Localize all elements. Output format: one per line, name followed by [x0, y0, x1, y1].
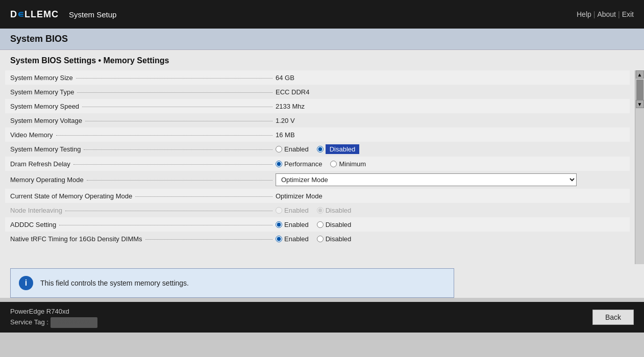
radio-label: Disabled	[326, 207, 352, 214]
table-row: Memory Operating ModeOptimizer ModeAdvan…	[5, 171, 630, 189]
radio-label: Enabled	[284, 221, 309, 228]
radio-item[interactable]: Enabled	[276, 235, 309, 243]
radio-input[interactable]	[276, 161, 282, 167]
radio-item[interactable]: Minimum	[330, 160, 366, 168]
about-link[interactable]: About	[597, 10, 616, 18]
setting-value: EnabledDisabled	[276, 144, 625, 154]
table-row: ADDDC SettingEnabledDisabled	[5, 217, 630, 232]
value-text: 1.20 V	[276, 117, 295, 124]
dropdown-select[interactable]: Optimizer ModeAdvanced ECC ModeMirror Mo…	[276, 173, 577, 186]
radio-input[interactable]	[276, 146, 282, 152]
footer-left: PowerEdge R740xd Service Tag : XXXXXXXX	[10, 307, 97, 328]
setting-label-text: Video Memory	[10, 131, 53, 139]
exit-link[interactable]: Exit	[622, 10, 634, 18]
back-button[interactable]: Back	[592, 310, 634, 325]
table-row: System Memory Voltage1.20 V	[5, 113, 630, 128]
setting-value: 1.20 V	[276, 117, 625, 124]
settings-table: System Memory Size64 GBSystem Memory Typ…	[0, 70, 635, 264]
scrollbar[interactable]: ▲ ▼	[635, 70, 644, 264]
table-row: Current State of Memory Operating ModeOp…	[5, 189, 630, 203]
value-text: 2133 Mhz	[276, 103, 305, 110]
radio-input[interactable]	[317, 236, 324, 242]
info-box: i This field controls the system memory …	[10, 268, 454, 298]
setting-label-text: System Memory Testing	[10, 145, 81, 153]
radio-item[interactable]: Disabled	[317, 235, 352, 243]
setting-value: Optimizer ModeAdvanced ECC ModeMirror Mo…	[276, 173, 625, 186]
radio-group: PerformanceMinimum	[276, 160, 366, 168]
scroll-thumb[interactable]	[636, 80, 643, 100]
radio-input[interactable]	[276, 236, 282, 242]
setting-label: System Memory Type	[10, 88, 276, 96]
setting-label: Current State of Memory Operating Mode	[10, 192, 276, 200]
dots-separator	[87, 180, 273, 181]
service-tag-value: XXXXXXXX	[51, 317, 97, 328]
radio-label: Disabled	[326, 235, 352, 243]
radio-item[interactable]: Enabled	[276, 221, 309, 228]
setting-label-text: System Memory Size	[10, 74, 73, 82]
system-setup-title: System Setup	[69, 10, 116, 19]
radio-item[interactable]: Disabled	[317, 221, 352, 228]
value-text: ECC DDR4	[276, 88, 309, 96]
radio-item[interactable]: Performance	[276, 160, 322, 168]
dell-logo: D∊LLEMC	[10, 9, 59, 20]
dots-separator	[84, 149, 273, 150]
setting-value: EnabledDisabled	[276, 221, 625, 228]
radio-input	[317, 207, 324, 214]
info-icon: i	[19, 276, 33, 290]
radio-input[interactable]	[317, 221, 324, 228]
radio-input[interactable]	[276, 221, 282, 228]
dots-separator	[145, 239, 273, 240]
setting-label-text: Dram Refresh Delay	[10, 160, 70, 168]
setting-value: EnabledDisabled	[276, 207, 625, 214]
radio-item[interactable]: Disabled	[317, 144, 360, 154]
setting-label: Dram Refresh Delay	[10, 160, 276, 168]
scroll-up-button[interactable]: ▲	[636, 70, 644, 79]
setting-value: 64 GB	[276, 74, 625, 82]
setting-value: 16 MB	[276, 131, 625, 139]
setting-label: System Memory Speed	[10, 103, 276, 110]
table-row: System Memory TypeECC DDR4	[5, 85, 630, 99]
dots-separator	[135, 196, 273, 197]
setting-label-text: System Memory Voltage	[10, 117, 82, 124]
bios-title: System BIOS	[10, 34, 634, 44]
radio-item[interactable]: Enabled	[276, 145, 309, 153]
dropdown-wrapper: Optimizer ModeAdvanced ECC ModeMirror Mo…	[276, 173, 582, 186]
nav-sep-2: |	[618, 10, 620, 18]
header-left: D∊LLEMC System Setup	[10, 9, 116, 20]
value-text: Optimizer Mode	[276, 192, 323, 200]
table-row: Video Memory16 MB	[5, 128, 630, 142]
footer-right: Back	[592, 310, 634, 325]
table-row: System Memory Size64 GB	[5, 70, 630, 85]
radio-label: Performance	[284, 160, 322, 168]
scroll-down-button[interactable]: ▼	[636, 100, 644, 108]
setting-label: Video Memory	[10, 131, 276, 139]
help-link[interactable]: Help	[577, 10, 591, 18]
value-text: 16 MB	[276, 131, 295, 139]
header-nav: Help | About | Exit	[577, 10, 634, 18]
dots-separator	[65, 211, 273, 211]
radio-label: Enabled	[284, 207, 309, 214]
setting-label-text: Native tRFC Timing for 16Gb Density DIMM…	[10, 235, 142, 243]
radio-group: EnabledDisabled	[276, 221, 351, 228]
setting-value: PerformanceMinimum	[276, 160, 625, 168]
nav-sep-1: |	[593, 10, 596, 18]
setting-value: ECC DDR4	[276, 88, 625, 96]
radio-input[interactable]	[330, 161, 337, 167]
radio-item: Disabled	[317, 207, 352, 214]
table-row: System Memory Speed2133 Mhz	[5, 99, 630, 113]
highlighted-radio-label: Disabled	[326, 144, 360, 154]
dots-separator	[59, 225, 273, 225]
footer: PowerEdge R740xd Service Tag : XXXXXXXX …	[0, 302, 644, 333]
service-tag-row: Service Tag : XXXXXXXX	[10, 317, 97, 328]
dots-separator	[77, 92, 273, 93]
table-row: Native tRFC Timing for 16Gb Density DIMM…	[5, 232, 630, 246]
setting-label-text: Memory Operating Mode	[10, 176, 84, 184]
dots-separator	[73, 164, 273, 165]
bios-banner: System BIOS	[0, 29, 644, 50]
radio-input[interactable]	[317, 146, 324, 152]
setting-label: System Memory Voltage	[10, 117, 276, 124]
dots-separator	[76, 78, 273, 79]
header: D∊LLEMC System Setup Help | About | Exit	[0, 0, 644, 29]
content: System BIOS Settings • Memory Settings S…	[0, 50, 644, 298]
dots-separator	[85, 121, 273, 121]
